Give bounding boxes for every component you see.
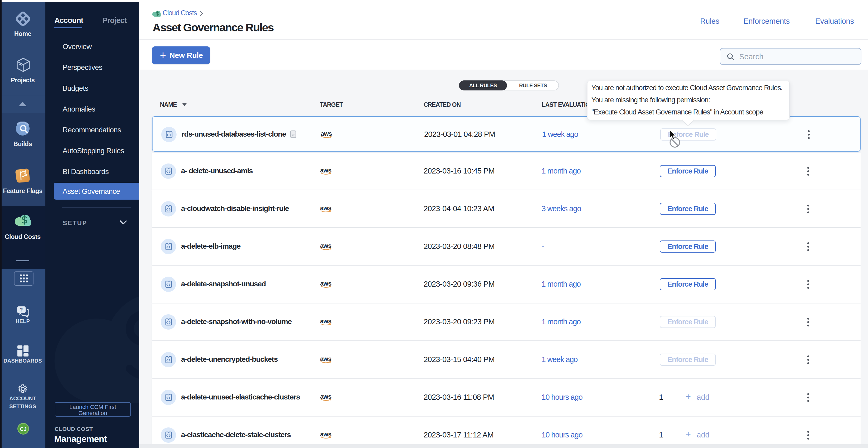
svg-text:?: ?	[20, 307, 23, 312]
